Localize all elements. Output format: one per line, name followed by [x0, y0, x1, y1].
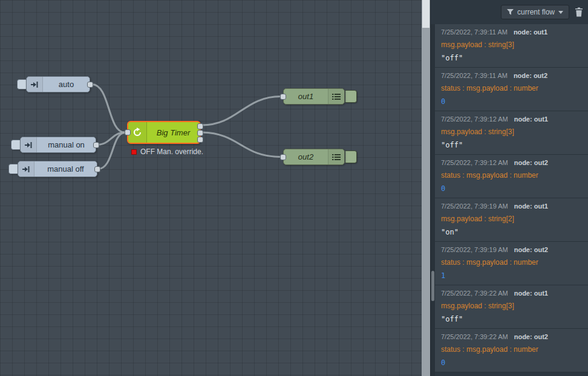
sidebar-scrollbar[interactable]	[431, 24, 435, 376]
msg-property[interactable]: status : msg.payload : number	[441, 84, 582, 92]
timer-icon	[128, 122, 147, 143]
debug-message[interactable]: 7/25/2022, 7:39:11 AMnode: out1 msg.payl…	[435, 24, 588, 68]
msg-value: "on"	[441, 228, 582, 236]
node-inject-auto[interactable]: auto	[17, 76, 90, 92]
input-port[interactable]	[280, 94, 286, 100]
msg-node: node: out2	[514, 333, 548, 340]
inject-icon	[27, 77, 43, 92]
msg-node: node: out2	[514, 72, 547, 79]
msg-node: node: out1	[514, 115, 548, 123]
trash-icon	[575, 7, 583, 17]
msg-value: "off"	[441, 54, 582, 62]
filter-label: current flow	[517, 8, 555, 16]
msg-timestamp: 7/25/2022, 7:39:19 AM	[441, 203, 508, 210]
debug-sidebar: current flow 7/25/2022, 7:39:11 AMnode: …	[430, 0, 588, 376]
wire-auto-bigtimer[interactable]	[92, 85, 125, 133]
output-port[interactable]	[87, 82, 93, 88]
msg-node: node: out2	[514, 159, 548, 166]
output-port[interactable]	[94, 166, 100, 172]
msg-node: node: out1	[514, 290, 548, 297]
msg-value: "off"	[441, 315, 582, 323]
input-port[interactable]	[125, 129, 131, 135]
wire-bigtimer-out2[interactable]	[202, 132, 281, 157]
node-status: OFF Man. override.	[131, 147, 203, 156]
msg-property[interactable]: msg.payload : string[3]	[441, 41, 582, 49]
canvas-vertical-scrollbar[interactable]	[422, 0, 430, 376]
output-port-3[interactable]	[197, 137, 203, 143]
debug-toggle-button[interactable]	[345, 151, 357, 163]
msg-node: node: out2	[514, 246, 548, 253]
inject-icon	[18, 161, 34, 177]
msg-node: node: out1	[514, 28, 547, 36]
status-red-icon	[131, 149, 137, 155]
node-red-app: auto manual on	[0, 0, 588, 376]
output-port[interactable]	[93, 142, 99, 148]
debug-message[interactable]: 7/25/2022, 7:39:19 AMnode: out2 status :…	[435, 242, 588, 285]
output-port-1[interactable]	[197, 123, 203, 129]
msg-property[interactable]: msg.payload : string[3]	[441, 302, 582, 310]
debug-toggle-button[interactable]	[345, 90, 357, 103]
node-inject-manual-off[interactable]: manual off	[8, 161, 97, 177]
msg-property[interactable]: status : msg.payload : number	[441, 171, 582, 180]
debug-list-icon	[328, 89, 344, 104]
msg-property[interactable]: msg.payload : string[3]	[441, 128, 582, 136]
node-label: out2	[284, 152, 328, 161]
node-label: Big Timer	[147, 128, 200, 137]
node-debug-out1[interactable]: out1	[283, 88, 357, 105]
msg-value: "off"	[441, 141, 582, 149]
msg-timestamp: 7/25/2022, 7:39:11 AM	[441, 72, 508, 79]
msg-timestamp: 7/25/2022, 7:39:12 AM	[441, 159, 508, 166]
msg-timestamp: 7/25/2022, 7:39:11 AM	[441, 28, 508, 36]
scrollbar-thumb[interactable]	[422, 0, 430, 28]
msg-property[interactable]: status : msg.payload : number	[441, 258, 582, 267]
debug-filter-button[interactable]: current flow	[501, 5, 569, 19]
inject-trigger-button[interactable]	[11, 140, 20, 150]
msg-timestamp: 7/25/2022, 7:39:12 AM	[441, 115, 508, 123]
flow-canvas[interactable]: auto manual on	[0, 0, 422, 376]
msg-property[interactable]: msg.payload : string[2]	[441, 215, 582, 223]
msg-timestamp: 7/25/2022, 7:39:22 AM	[441, 290, 508, 297]
inject-trigger-button[interactable]	[8, 164, 18, 174]
msg-timestamp: 7/25/2022, 7:39:19 AM	[441, 246, 508, 253]
debug-message[interactable]: 7/25/2022, 7:39:22 AMnode: out2 status :…	[435, 329, 588, 372]
node-big-timer[interactable]: Big Timer	[127, 121, 201, 144]
msg-value: 1	[441, 271, 582, 280]
clear-debug-button[interactable]	[575, 7, 583, 17]
node-label: auto	[43, 80, 90, 89]
msg-value: 0	[441, 184, 582, 193]
wire-layer	[0, 0, 422, 376]
msg-value: 0	[441, 97, 582, 106]
msg-timestamp: 7/25/2022, 7:39:22 AM	[441, 333, 508, 340]
msg-property[interactable]: status : msg.payload : number	[441, 345, 582, 354]
node-debug-out2[interactable]: out2	[283, 149, 357, 165]
wire-bigtimer-out1[interactable]	[202, 97, 281, 126]
debug-message[interactable]: 7/25/2022, 7:39:22 AMnode: out1 msg.payl…	[435, 285, 588, 329]
chevron-down-icon	[558, 11, 563, 14]
node-label: manual off	[34, 164, 97, 173]
scrollbar-thumb[interactable]	[431, 271, 434, 301]
node-label: out1	[284, 92, 328, 101]
debug-list-icon	[328, 149, 344, 164]
debug-message[interactable]: 7/25/2022, 7:39:19 AMnode: out1 msg.payl…	[435, 198, 588, 242]
debug-message[interactable]: 7/25/2022, 7:39:12 AMnode: out2 status :…	[435, 155, 588, 198]
status-text: OFF Man. override.	[140, 147, 203, 156]
debug-sidebar-header: current flow	[431, 0, 588, 25]
output-port-2[interactable]	[197, 130, 203, 136]
debug-message[interactable]: 7/25/2022, 7:39:11 AMnode: out2 status :…	[435, 68, 588, 111]
inject-trigger-button[interactable]	[17, 79, 26, 89]
node-inject-manual-on[interactable]: manual on	[11, 137, 96, 153]
debug-message[interactable]: 7/25/2022, 7:39:12 AMnode: out1 msg.payl…	[435, 111, 588, 155]
filter-funnel-icon	[507, 9, 514, 15]
input-port[interactable]	[280, 154, 286, 160]
debug-message-list: 7/25/2022, 7:39:11 AMnode: out1 msg.payl…	[435, 24, 588, 376]
msg-node: node: out1	[514, 203, 548, 210]
node-label: manual on	[37, 140, 96, 149]
msg-value: 0	[441, 358, 582, 367]
inject-icon	[21, 137, 37, 152]
